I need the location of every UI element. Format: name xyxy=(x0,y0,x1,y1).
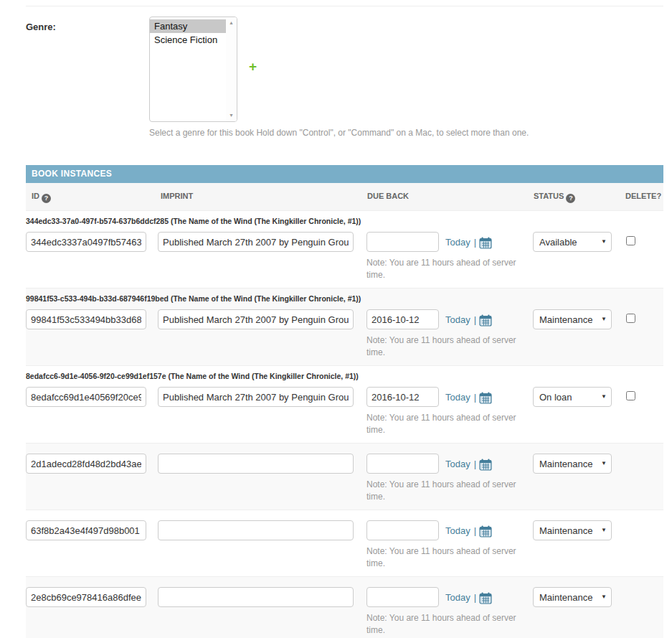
today-link[interactable]: Today xyxy=(445,525,470,536)
delete-checkbox[interactable] xyxy=(626,314,635,323)
today-link[interactable]: Today xyxy=(445,592,470,603)
id-input[interactable] xyxy=(26,520,146,540)
genre-label: Genre: xyxy=(26,17,149,122)
imprint-input[interactable] xyxy=(158,587,354,607)
calendar-icon[interactable] xyxy=(479,392,492,404)
delete-checkbox[interactable] xyxy=(626,391,635,400)
book-instance-row: Today | Note: You are 11 hours ahead of … xyxy=(26,510,663,577)
genre-multiselect[interactable]: Fantasy Science Fiction ▲ ▼ xyxy=(149,17,237,122)
id-help-icon[interactable]: ? xyxy=(42,194,51,203)
status-select[interactable]: Maintenance xyxy=(533,309,612,329)
calendar-icon[interactable] xyxy=(479,237,492,249)
timezone-note: Note: You are 11 hours ahead of server t… xyxy=(366,612,519,637)
imprint-input[interactable] xyxy=(158,232,354,252)
instance-object-label: 344edc33-37a0-497f-b574-637b6ddcf285 (Th… xyxy=(26,217,663,225)
today-link[interactable]: Today xyxy=(445,392,470,403)
due-back-input[interactable] xyxy=(366,587,439,607)
timezone-note: Note: You are 11 hours ahead of server t… xyxy=(366,479,519,503)
separator: | xyxy=(474,459,476,469)
status-select[interactable]: On loan xyxy=(533,387,612,407)
today-link[interactable]: Today xyxy=(445,314,470,325)
separator: | xyxy=(474,592,476,603)
book-change-form: Genre: Fantasy Science Fiction ▲ ▼ + Sel… xyxy=(0,6,672,638)
scroll-up-icon[interactable]: ▲ xyxy=(229,20,234,26)
book-instance-row: 99841f53-c533-494b-b33d-687946f19bed (Th… xyxy=(26,288,663,366)
due-back-input[interactable] xyxy=(366,309,439,329)
id-input[interactable] xyxy=(26,587,146,607)
book-instances-module: BOOK INSTANCES ID? IMPRINT DUE BACK STAT… xyxy=(26,165,663,638)
genre-option-fantasy[interactable]: Fantasy xyxy=(150,19,226,33)
instance-object-label: 8edafcc6-9d1e-4056-9f20-ce99d1ef157e (Th… xyxy=(26,372,663,380)
imprint-input[interactable] xyxy=(158,454,354,474)
today-link[interactable]: Today xyxy=(445,459,470,469)
id-input[interactable] xyxy=(26,232,146,252)
separator: | xyxy=(474,314,476,325)
timezone-note: Note: You are 11 hours ahead of server t… xyxy=(366,412,519,436)
genre-help-text: Select a genre for this book Hold down "… xyxy=(149,128,663,138)
add-genre-icon[interactable]: + xyxy=(249,61,257,122)
due-back-input[interactable] xyxy=(366,454,439,474)
genre-options: Fantasy Science Fiction xyxy=(150,17,226,121)
scroll-down-icon[interactable]: ▼ xyxy=(229,113,234,118)
id-input[interactable] xyxy=(26,309,146,329)
column-header-status: STATUS? xyxy=(533,192,625,203)
separator: | xyxy=(474,237,476,248)
timezone-note: Note: You are 11 hours ahead of server t… xyxy=(366,545,519,570)
calendar-icon[interactable] xyxy=(479,314,492,327)
id-input[interactable] xyxy=(26,387,146,407)
today-link[interactable]: Today xyxy=(445,237,470,248)
status-help-icon[interactable]: ? xyxy=(566,194,575,203)
separator: | xyxy=(474,525,476,536)
status-select[interactable]: Maintenance xyxy=(533,454,612,474)
timezone-note: Note: You are 11 hours ahead of server t… xyxy=(366,334,519,359)
status-select[interactable]: Maintenance xyxy=(533,520,612,540)
book-instance-row: Today | Note: You are 11 hours ahead of … xyxy=(26,444,663,510)
id-input[interactable] xyxy=(26,454,146,474)
book-instance-row: Today | Note: You are 11 hours ahead of … xyxy=(26,577,663,638)
column-header-row: ID? IMPRINT DUE BACK STATUS? DELETE? xyxy=(26,183,663,211)
delete-checkbox[interactable] xyxy=(626,236,635,245)
book-instances-header: BOOK INSTANCES xyxy=(26,165,663,183)
due-back-input[interactable] xyxy=(366,232,439,252)
imprint-input[interactable] xyxy=(158,309,354,329)
calendar-icon[interactable] xyxy=(479,525,492,538)
due-back-input[interactable] xyxy=(366,520,439,540)
due-back-input[interactable] xyxy=(366,387,439,407)
column-header-due-back: DUE BACK xyxy=(366,192,533,203)
timezone-note: Note: You are 11 hours ahead of server t… xyxy=(366,257,519,281)
calendar-icon[interactable] xyxy=(479,592,492,604)
separator: | xyxy=(474,392,476,403)
column-header-id: ID? xyxy=(26,192,158,203)
instance-object-label: 99841f53-c533-494b-b33d-687946f19bed (Th… xyxy=(26,294,663,303)
status-select[interactable]: Maintenance xyxy=(533,587,612,607)
genre-option-science-fiction[interactable]: Science Fiction xyxy=(150,33,226,47)
genre-field-row: Genre: Fantasy Science Fiction ▲ ▼ + xyxy=(26,17,663,122)
calendar-icon[interactable] xyxy=(479,459,492,471)
imprint-input[interactable] xyxy=(158,520,354,540)
book-instance-row: 8edafcc6-9d1e-4056-9f20-ce99d1ef157e (Th… xyxy=(26,366,663,444)
imprint-input[interactable] xyxy=(158,387,354,407)
column-header-delete: DELETE? xyxy=(625,192,663,203)
scrollbar[interactable]: ▲ ▼ xyxy=(226,17,237,121)
column-header-imprint: IMPRINT xyxy=(158,192,366,203)
book-instance-row: 344edc33-37a0-497f-b574-637b6ddcf285 (Th… xyxy=(26,211,663,288)
form-row-divider xyxy=(26,6,663,6)
status-select[interactable]: Available xyxy=(533,232,612,252)
